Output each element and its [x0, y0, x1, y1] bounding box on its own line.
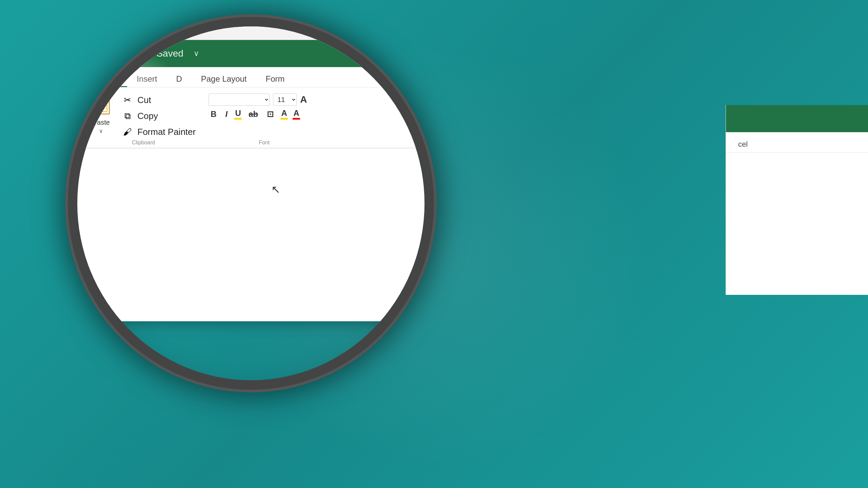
clipboard-tools: Paste ∨ ✂ Cut ⧉ Copy [89, 94, 198, 140]
copy-button[interactable]: ⧉ Copy [120, 109, 198, 123]
strikethrough-button[interactable]: ab [246, 109, 260, 120]
clipboard-section: Paste ∨ ✂ Cut ⧉ Copy [84, 91, 203, 148]
right-ribbon-green [726, 105, 868, 132]
tab-form[interactable]: Form [256, 71, 294, 87]
tab-page-layout[interactable]: Page Layout [192, 71, 256, 87]
document-title: Book1 - Saved [121, 48, 183, 59]
font-format-row: B I U ab ⊡ A A [209, 108, 320, 120]
format-painter-button[interactable]: 🖌 Format Painter [120, 125, 198, 139]
paste-button[interactable]: Paste ∨ [89, 94, 113, 134]
excel-window-right-partial: cel [726, 105, 868, 295]
format-painter-icon: 🖌 [122, 127, 133, 137]
doc-title-chevron-icon[interactable]: ∨ [194, 49, 199, 58]
border-button[interactable]: ⊡ [265, 109, 276, 120]
italic-button[interactable]: I [223, 109, 230, 120]
font-top-row: 11 A [209, 94, 320, 106]
right-tab-bar: cel [726, 132, 868, 152]
fill-color-bar [280, 118, 288, 120]
cut-copy-format-group: ✂ Cut ⧉ Copy 🖌 Format Painter [120, 94, 198, 139]
fill-color-button[interactable]: A [280, 108, 288, 120]
font-section: 11 A B I U ab ⊡ A [203, 91, 325, 148]
font-section-label: Font [209, 140, 320, 148]
copy-label: Copy [137, 111, 158, 121]
tab-insert[interactable]: Insert [127, 71, 166, 87]
bold-button[interactable]: B [209, 109, 218, 120]
ribbon-content: ↺ ↻ Undo Paste ∨ [68, 87, 434, 148]
underline-color-bar [234, 118, 242, 120]
clipboard-inner-icon [95, 97, 107, 112]
clipboard-section-label: Clipboard [89, 140, 198, 148]
paste-icon [89, 94, 113, 117]
excel-window: ‹ › Excel Book1 - Saved ∨ File Home Inse… [68, 17, 434, 321]
tab-d[interactable]: D [166, 71, 191, 87]
magnifier-lens: ‹ › Excel Book1 - Saved ∨ File Home Inse… [68, 17, 434, 390]
right-tab-label: cel [733, 137, 753, 152]
font-size-select[interactable]: 11 [273, 94, 297, 106]
clipboard-shape-icon [92, 94, 110, 115]
tab-home[interactable]: Home [86, 71, 127, 87]
ribbon-header: Excel Book1 - Saved ∨ [68, 40, 434, 67]
app-name: Excel [79, 47, 106, 60]
font-grow-button[interactable]: A [300, 94, 307, 105]
paste-dropdown-icon[interactable]: ∨ [99, 128, 103, 134]
copy-icon: ⧉ [122, 111, 133, 121]
paste-label: Paste [93, 119, 110, 126]
font-color-bar [293, 118, 300, 120]
tab-bar: File Home Insert D Page Layout Form [68, 67, 434, 87]
scissors-icon: ✂ [122, 95, 133, 105]
font-name-select[interactable] [209, 94, 270, 106]
format-painter-label: Format Painter [137, 127, 196, 137]
cut-label: Cut [137, 95, 151, 105]
cut-button[interactable]: ✂ Cut [120, 94, 198, 107]
underline-button[interactable]: U [234, 108, 242, 120]
font-color-button[interactable]: A [293, 108, 300, 120]
